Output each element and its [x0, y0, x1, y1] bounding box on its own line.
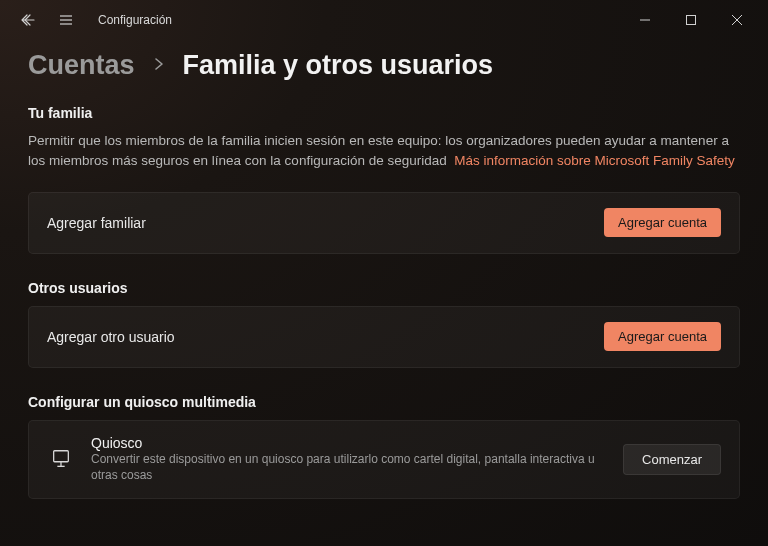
content: Cuentas Familia y otros usuarios Tu fami… [0, 40, 768, 499]
chevron-right-icon [153, 54, 165, 77]
maximize-button[interactable] [668, 4, 714, 36]
family-description: Permitir que los miembros de la familia … [28, 131, 740, 172]
section-title-family: Tu familia [28, 105, 740, 121]
menu-button[interactable] [54, 8, 78, 32]
kiosk-card-body: Quiosco Convertir este dispositivo en un… [47, 435, 623, 485]
svg-rect-7 [54, 451, 69, 462]
kiosk-text: Quiosco Convertir este dispositivo en un… [91, 435, 611, 485]
kiosk-card-sub: Convertir este dispositivo en un quiosco… [91, 451, 611, 485]
kiosk-card: Quiosco Convertir este dispositivo en un… [28, 420, 740, 500]
kiosk-start-button[interactable]: Comenzar [623, 444, 721, 475]
titlebar: Configuración [0, 0, 768, 40]
kiosk-card-title: Quiosco [91, 435, 611, 451]
app-title: Configuración [98, 13, 172, 27]
section-title-others: Otros usuarios [28, 280, 740, 296]
minimize-button[interactable] [622, 4, 668, 36]
breadcrumb: Cuentas Familia y otros usuarios [28, 50, 740, 81]
family-safety-link[interactable]: Más información sobre Microsoft Family S… [454, 153, 735, 168]
breadcrumb-parent[interactable]: Cuentas [28, 50, 135, 81]
close-button[interactable] [714, 4, 760, 36]
others-section: Otros usuarios Agregar otro usuario Agre… [28, 280, 740, 368]
add-family-button[interactable]: Agregar cuenta [604, 208, 721, 237]
add-family-card: Agregar familiar Agregar cuenta [28, 192, 740, 254]
svg-rect-4 [687, 16, 696, 25]
kiosk-icon [47, 445, 75, 473]
breadcrumb-current: Familia y otros usuarios [183, 50, 494, 81]
add-other-user-button[interactable]: Agregar cuenta [604, 322, 721, 351]
back-button[interactable] [16, 8, 40, 32]
family-section: Tu familia Permitir que los miembros de … [28, 105, 740, 254]
add-family-label: Agregar familiar [47, 215, 146, 231]
kiosk-section: Configurar un quiosco multimedia Quiosco… [28, 394, 740, 500]
section-title-kiosk: Configurar un quiosco multimedia [28, 394, 740, 410]
window-controls [622, 4, 760, 36]
titlebar-left: Configuración [8, 8, 172, 32]
add-other-user-card: Agregar otro usuario Agregar cuenta [28, 306, 740, 368]
add-other-user-label: Agregar otro usuario [47, 329, 175, 345]
